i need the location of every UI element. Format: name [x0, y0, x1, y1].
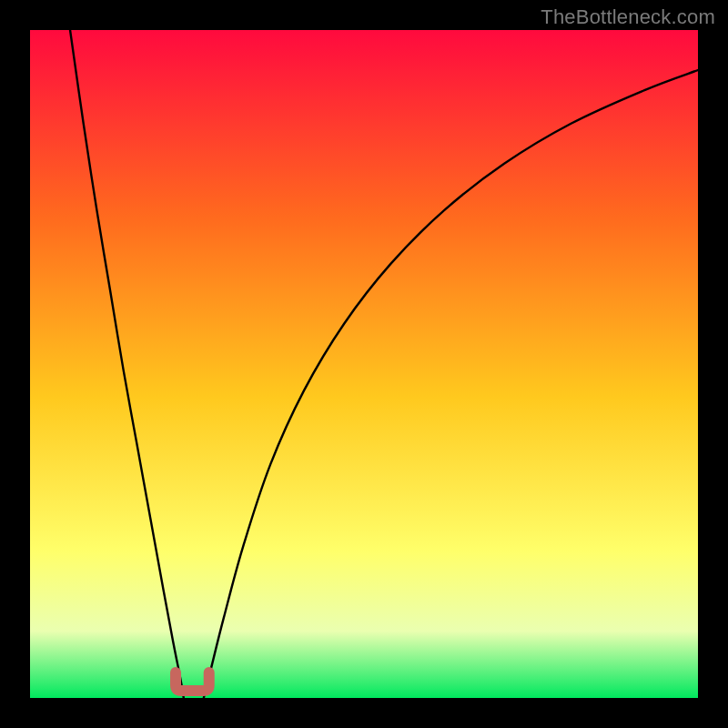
optimal-region-marker	[176, 672, 209, 691]
chart-frame: TheBottleneck.com	[0, 0, 728, 728]
watermark-text: TheBottleneck.com	[541, 5, 715, 29]
curve-left-branch	[70, 30, 184, 698]
plot-area	[30, 30, 698, 698]
curve-layer	[30, 30, 698, 698]
curve-right-branch	[204, 70, 698, 698]
